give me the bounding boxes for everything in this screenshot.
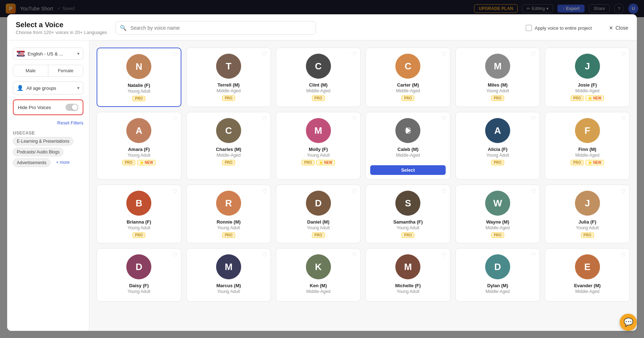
search-input[interactable] bbox=[116, 21, 316, 35]
voice-card[interactable]: ♡JJulia (F)Young AdultPRO bbox=[545, 185, 630, 243]
voice-age: Young Adult bbox=[307, 153, 330, 158]
heart-button[interactable]: ♡ bbox=[172, 188, 177, 194]
pro-badge: PRO bbox=[312, 232, 325, 238]
language-label: English - US & ... bbox=[28, 51, 74, 57]
heart-button[interactable]: ♡ bbox=[621, 52, 626, 57]
heart-button[interactable]: ♡ bbox=[172, 252, 177, 258]
badge-row: PRO bbox=[132, 96, 145, 101]
heart-button[interactable]: ♡ bbox=[621, 188, 626, 194]
voice-card[interactable]: ♡CCharles (M)Middle-AgedPRO bbox=[186, 112, 271, 180]
heart-button[interactable]: ♡ bbox=[172, 52, 177, 58]
heart-button[interactable]: ♡ bbox=[441, 52, 447, 57]
heart-button[interactable]: ♡ bbox=[352, 252, 357, 258]
voice-card[interactable]: ♡RRonnie (M)Young AdultPRO bbox=[186, 185, 271, 243]
age-group-select[interactable]: 👤 All age groups ▾ bbox=[13, 82, 83, 94]
voice-name: Daisy (F) bbox=[129, 283, 149, 288]
tag-podcasts[interactable]: Podcasts/ Audio Blogs bbox=[13, 148, 63, 156]
heart-button[interactable]: ♡ bbox=[531, 116, 536, 122]
select-voice-modal: Select a Voice Choose from 120+ voices i… bbox=[7, 14, 637, 331]
voice-card[interactable]: ♡CCarter (M)Middle-AgedPRO bbox=[366, 48, 450, 107]
heart-button[interactable]: ♡ bbox=[262, 116, 267, 122]
voice-age: Middle-Aged bbox=[396, 88, 420, 93]
voice-grid: ♡NNatalie (F)Young AdultPRO♡TTerrell (M)… bbox=[97, 48, 630, 302]
more-tags-link[interactable]: + more bbox=[53, 158, 73, 167]
heart-button[interactable]: ♡ bbox=[262, 252, 267, 258]
heart-button[interactable]: ♡ bbox=[262, 188, 267, 194]
voice-age: Young Adult bbox=[397, 225, 420, 230]
pro-badge: PRO bbox=[132, 232, 145, 238]
voice-name: Natalie (F) bbox=[128, 83, 150, 88]
hide-pro-voices-row: Hide Pro Voices bbox=[13, 99, 83, 115]
gender-female-button[interactable]: Female bbox=[48, 65, 83, 76]
new-badge: ⭐ NEW bbox=[585, 95, 604, 101]
voice-card[interactable]: ♡DDylan (M)Middle-Aged bbox=[455, 248, 540, 302]
voice-card[interactable]: ♡WWayne (M)Middle-AgedPRO bbox=[455, 185, 540, 243]
heart-button[interactable]: ♡ bbox=[352, 188, 357, 194]
avatar-circle: R bbox=[216, 191, 241, 216]
gender-male-button[interactable]: Male bbox=[13, 65, 48, 76]
pro-badge: PRO bbox=[491, 95, 504, 101]
play-triangle-icon bbox=[406, 127, 411, 134]
voice-card[interactable]: ♡TTerrell (M)Middle-AgedPRO bbox=[186, 48, 271, 107]
voice-name: Brianna (F) bbox=[127, 219, 151, 225]
toggle-thumb bbox=[72, 104, 78, 110]
pro-badge: PRO bbox=[302, 160, 314, 165]
chat-bubble-button[interactable]: 💬 bbox=[620, 314, 637, 331]
search-bar[interactable]: 🔍 bbox=[116, 21, 316, 35]
voice-card[interactable]: ♡MMiles (M)Young AdultPRO bbox=[455, 48, 540, 107]
hide-pro-label: Hide Pro Voices bbox=[18, 105, 51, 110]
pro-badge: PRO bbox=[222, 232, 235, 238]
pro-badge: PRO bbox=[491, 160, 504, 165]
voice-card[interactable]: ♡AAlicia (F)Young AdultPRO bbox=[455, 112, 540, 180]
voice-card[interactable]: ♡EEvander (M)Middle-Aged bbox=[545, 248, 630, 302]
heart-button[interactable]: ♡ bbox=[441, 188, 447, 194]
avatar-circle: M bbox=[395, 254, 420, 279]
voice-card[interactable]: ♡CCaleb (M)Middle-AgedSelect bbox=[366, 112, 450, 180]
voice-age: Middle-Aged bbox=[486, 289, 509, 294]
heart-button[interactable]: ♡ bbox=[352, 52, 357, 57]
tag-advertisements[interactable]: Advertisements bbox=[13, 158, 50, 167]
voice-card[interactable]: ♡DDaniel (M)Young AdultPRO bbox=[276, 185, 361, 243]
voice-name: Ronnie (M) bbox=[216, 219, 240, 225]
heart-button[interactable]: ♡ bbox=[262, 52, 267, 57]
voice-card[interactable]: ♡DDaisy (F)Young Adult bbox=[97, 248, 181, 302]
tag-elearning[interactable]: E-Learning & Presentations bbox=[13, 137, 73, 146]
badge-row: PRO bbox=[222, 232, 235, 238]
hide-pro-toggle[interactable] bbox=[65, 104, 78, 111]
avatar-circle: S bbox=[395, 191, 420, 216]
heart-button[interactable]: ♡ bbox=[441, 252, 447, 258]
voice-age: Young Adult bbox=[486, 88, 509, 93]
voice-card[interactable]: ♡BBrianna (F)Young AdultPRO bbox=[97, 185, 181, 243]
badge-row: PRO bbox=[312, 232, 325, 238]
heart-button[interactable]: ♡ bbox=[531, 252, 536, 258]
heart-button[interactable]: ♡ bbox=[441, 116, 447, 122]
language-select[interactable]: 🇺🇸 English - US & ... ▾ bbox=[13, 48, 83, 60]
voice-card[interactable]: ♡MMichelle (F)Young Adult bbox=[366, 248, 450, 302]
voice-card[interactable]: ♡MMarcus (M)Young Adult bbox=[186, 248, 271, 302]
voice-card[interactable]: ♡JJosie (F)Middle-AgedPRO⭐ NEW bbox=[545, 48, 630, 107]
heart-button[interactable]: ♡ bbox=[621, 116, 626, 122]
heart-button[interactable]: ♡ bbox=[531, 52, 536, 57]
apply-voice-checkbox[interactable] bbox=[526, 25, 532, 31]
reset-filters-link[interactable]: Reset Filters bbox=[13, 120, 83, 126]
select-button[interactable]: Select bbox=[370, 165, 446, 175]
voice-card[interactable]: ♡NNatalie (F)Young AdultPRO bbox=[97, 48, 181, 107]
voice-card[interactable]: ♡FFinn (M)Middle-AgedPRO⭐ NEW bbox=[545, 112, 630, 180]
close-button[interactable]: ✕ Close bbox=[609, 25, 628, 31]
voice-card[interactable]: ♡AAmara (F)Young AdultPRO⭐ NEW bbox=[97, 112, 181, 180]
voice-age: Young Adult bbox=[128, 289, 151, 294]
voice-card[interactable]: ♡MMolly (F)Young AdultPRO⭐ NEW bbox=[276, 112, 361, 180]
avatar-circle: D bbox=[126, 254, 151, 279]
age-label: All age groups bbox=[26, 85, 74, 91]
heart-button[interactable]: ♡ bbox=[621, 252, 626, 258]
voice-card[interactable]: ♡KKen (M)Middle-Aged bbox=[276, 248, 361, 302]
heart-button[interactable]: ♡ bbox=[352, 116, 357, 122]
voice-name: Julia (F) bbox=[579, 219, 596, 225]
modal-body: 🇺🇸 English - US & ... ▾ Male Female 👤 Al… bbox=[7, 40, 637, 331]
voice-card[interactable]: ♡SSamantha (F)Young AdultPRO bbox=[366, 185, 450, 243]
voice-age: Young Adult bbox=[486, 153, 509, 158]
heart-button[interactable]: ♡ bbox=[531, 188, 536, 194]
heart-button[interactable]: ♡ bbox=[172, 116, 177, 122]
new-badge: ⭐ NEW bbox=[585, 160, 604, 165]
voice-card[interactable]: ♡CClint (M)Middle-AgedPRO bbox=[276, 48, 361, 107]
